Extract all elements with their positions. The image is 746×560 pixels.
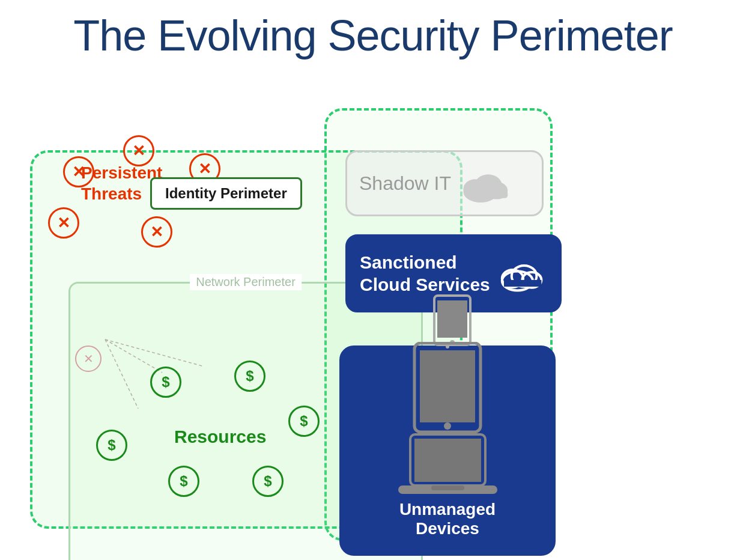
tablet-small-icon	[431, 294, 473, 348]
identity-perimeter-label: Identity Perimeter	[165, 185, 287, 201]
shadow-it-box: Shadow IT	[345, 150, 544, 216]
resource-icon-2: $	[234, 361, 265, 392]
resource-icon-1: $	[150, 367, 181, 398]
shadow-it-label: Shadow IT	[359, 172, 451, 195]
svg-rect-7	[465, 190, 508, 198]
resources-label: Resources	[174, 427, 266, 447]
threat-x-5: ✕	[141, 216, 172, 248]
page-title: The Evolving Security Perimeter	[0, 0, 746, 60]
devices-icons-area	[398, 294, 497, 500]
cloud-shadow-icon	[460, 164, 514, 203]
unmanaged-devices-box: Unmanaged Devices	[339, 345, 556, 556]
cloud-sanctioned-icon	[499, 254, 547, 293]
sanctioned-cloud-label: Sanctioned Cloud Services	[360, 251, 490, 296]
svg-point-18	[444, 422, 451, 430]
resource-icon-3: $	[288, 406, 320, 437]
svg-rect-14	[437, 300, 467, 338]
resource-icon-6: $	[252, 466, 284, 497]
svg-point-19	[446, 345, 449, 348]
threat-x-4: ✕	[48, 207, 79, 239]
network-perimeter-label: Network Perimeter	[190, 274, 302, 290]
diagram-area: Network Perimeter Identity Perimeter ✕ ✕…	[18, 72, 728, 548]
svg-rect-17	[420, 350, 475, 422]
svg-rect-23	[431, 485, 464, 490]
identity-perimeter-box: Identity Perimeter	[150, 177, 302, 210]
svg-rect-21	[414, 439, 481, 482]
unmanaged-label: Unmanaged Devices	[399, 500, 496, 538]
resource-icon-5: $	[168, 466, 199, 497]
insider-threat-icon: ✕	[75, 345, 102, 372]
svg-rect-12	[504, 279, 541, 286]
resource-icon-4: $	[96, 430, 127, 461]
tablet-large-icon	[411, 342, 484, 435]
laptop-icon	[398, 431, 497, 498]
